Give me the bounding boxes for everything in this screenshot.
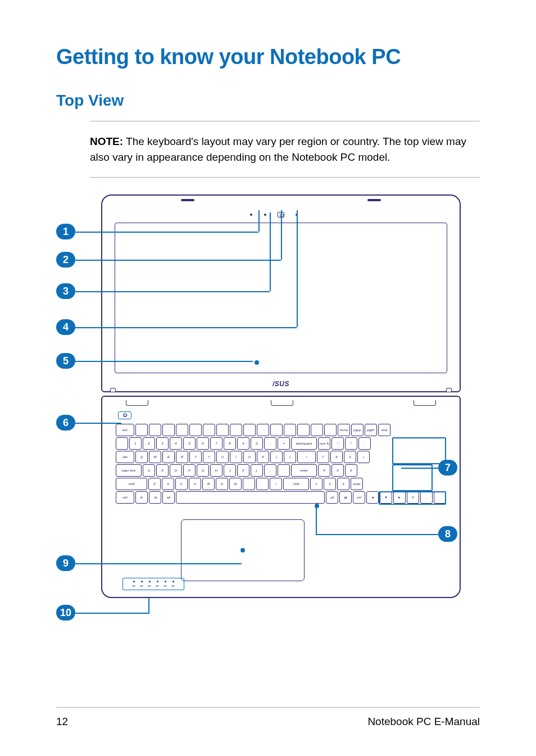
key: 7	[317, 451, 329, 463]
key: T	[189, 451, 202, 463]
key: /	[331, 437, 344, 450]
key: +	[357, 451, 370, 463]
key: *	[345, 437, 357, 450]
key: 1	[310, 478, 322, 490]
section-title: Top View	[56, 92, 480, 110]
note-text: The keyboard's layout may vary per regio…	[90, 135, 466, 163]
key: enter	[291, 464, 317, 477]
key: shift	[283, 478, 309, 490]
key: 5	[183, 437, 196, 450]
key	[434, 491, 446, 504]
key: 5	[331, 464, 344, 477]
key: V	[189, 478, 201, 490]
key: B	[202, 478, 215, 490]
key: 3	[156, 437, 169, 450]
key	[216, 424, 229, 436]
key: pgdn	[365, 424, 377, 436]
touchpad	[181, 519, 305, 581]
key: L	[251, 464, 263, 477]
key: 3	[337, 478, 349, 490]
key: D	[170, 464, 182, 477]
page-footer: 12 Notebook PC E-Manual	[56, 707, 480, 728]
callout-1: 1	[56, 224, 75, 239]
key: J	[224, 464, 236, 477]
key: 0	[407, 491, 419, 504]
microphone-left-icon	[250, 214, 252, 216]
key	[149, 424, 161, 436]
key: Z	[148, 478, 161, 490]
key: `	[116, 437, 128, 450]
callout-9: 9	[56, 555, 75, 571]
key: 6	[197, 437, 209, 450]
key: tab	[116, 451, 134, 463]
callout-5: 5	[56, 353, 75, 369]
key	[162, 424, 175, 436]
status-indicators	[122, 578, 184, 590]
key: G	[197, 464, 209, 477]
callout-3: 3	[56, 283, 75, 299]
key: 0	[251, 437, 263, 450]
key: ◄	[366, 491, 379, 504]
key	[257, 424, 269, 436]
key: 8	[224, 437, 236, 450]
key: A	[143, 464, 155, 477]
key: 4	[170, 437, 182, 450]
key: esc	[116, 424, 134, 436]
key: \	[297, 451, 316, 463]
callout-6: 6	[56, 415, 75, 431]
key: home	[338, 424, 350, 436]
key: pgup	[351, 424, 364, 436]
key: P	[257, 451, 269, 463]
key	[135, 424, 148, 436]
key: =	[278, 437, 290, 450]
key: E	[162, 451, 175, 463]
key: caps lock	[116, 464, 142, 477]
key: ,	[243, 478, 255, 490]
key: [	[270, 451, 283, 463]
key: Y	[203, 451, 215, 463]
key: ▤	[339, 491, 352, 504]
key: -	[358, 437, 371, 450]
key	[311, 424, 323, 436]
keyboard-deck: ⏻ esc	[101, 396, 461, 598]
key: 9	[344, 451, 356, 463]
key: alt	[162, 491, 175, 504]
key: ▼	[380, 491, 392, 504]
key: shift	[116, 478, 147, 490]
key: -	[264, 437, 276, 450]
keyboard: esc	[116, 424, 446, 514]
key-spacebar	[176, 491, 325, 504]
key: R	[176, 451, 188, 463]
key: .	[256, 478, 269, 490]
key	[297, 424, 310, 436]
key: C	[175, 478, 188, 490]
key: num lk	[318, 437, 330, 450]
key	[203, 424, 215, 436]
key	[284, 424, 296, 436]
page-number: 12	[56, 716, 68, 728]
key: ⊞	[149, 491, 161, 504]
brand-logo: /SUS	[102, 380, 460, 388]
key: enter	[351, 478, 363, 490]
key	[243, 424, 256, 436]
display-marker	[255, 360, 259, 365]
key: ►	[393, 491, 406, 504]
callout-2: 2	[56, 252, 75, 268]
callout-7: 7	[438, 460, 457, 476]
key: 2	[324, 478, 336, 490]
key: S	[156, 464, 169, 477]
callout-10: 10	[56, 605, 75, 621]
key: H	[210, 464, 222, 477]
key	[189, 424, 202, 436]
key: .	[420, 491, 433, 504]
key: K	[237, 464, 249, 477]
note-label: NOTE:	[90, 135, 123, 147]
key: ctrl	[353, 491, 365, 504]
touchpad-marker	[240, 548, 245, 553]
key	[176, 424, 188, 436]
doc-title: Notebook PC E-Manual	[367, 716, 480, 728]
key: 1	[129, 437, 142, 450]
camera-indicator-icon	[264, 214, 266, 216]
key: 8	[330, 451, 343, 463]
key: M	[229, 478, 242, 490]
